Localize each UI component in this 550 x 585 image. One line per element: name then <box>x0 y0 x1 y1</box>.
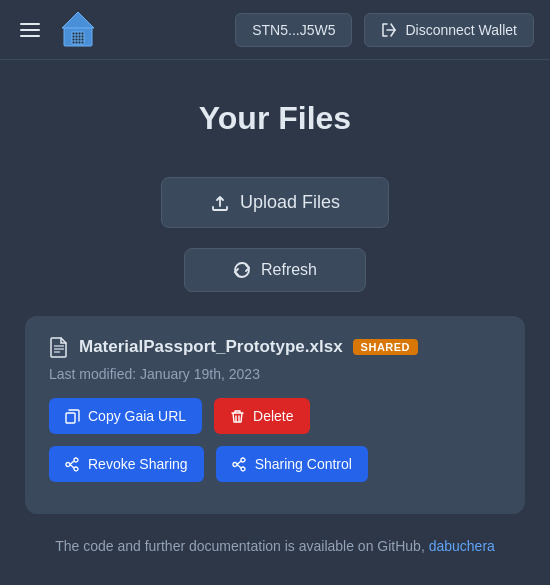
sharing-control-label: Sharing Control <box>255 456 352 472</box>
disconnect-label: Disconnect Wallet <box>405 22 517 38</box>
file-primary-actions: Copy Gaia URL Delete <box>49 398 501 434</box>
trash-icon <box>230 409 245 424</box>
file-secondary-actions: Revoke Sharing Sharing Control <box>49 446 501 482</box>
svg-point-14 <box>74 467 78 471</box>
wallet-address-button[interactable]: STN5...J5W5 <box>235 13 352 47</box>
delete-label: Delete <box>253 408 293 424</box>
sharing-control-icon <box>232 457 247 472</box>
logo-container <box>56 8 100 52</box>
hamburger-icon <box>20 23 40 37</box>
svg-point-13 <box>74 458 78 462</box>
svg-point-15 <box>66 462 70 466</box>
page-title: Your Files <box>199 100 351 137</box>
svg-line-22 <box>237 464 241 468</box>
file-last-modified: Last modified: January 19th, 2023 <box>49 366 501 382</box>
footer-text: The code and further documentation is av… <box>35 538 515 554</box>
copy-gaia-url-button[interactable]: Copy Gaia URL <box>49 398 202 434</box>
main-content: Your Files Upload Files Refresh Materia <box>0 60 550 574</box>
svg-rect-12 <box>66 413 75 423</box>
delete-button[interactable]: Delete <box>214 398 309 434</box>
file-name: MaterialPassport_Prototype.xlsx <box>79 337 343 357</box>
share-revoke-icon <box>65 457 80 472</box>
svg-point-18 <box>241 458 245 462</box>
svg-point-20 <box>233 462 237 466</box>
last-modified-label: Last modified: <box>49 366 136 382</box>
file-card-header: MaterialPassport_Prototype.xlsx SHARED <box>49 336 501 358</box>
revoke-sharing-button[interactable]: Revoke Sharing <box>49 446 204 482</box>
header: STN5...J5W5 Disconnect Wallet <box>0 0 550 60</box>
footer-static-text: The code and further documentation is av… <box>55 538 429 554</box>
sharing-control-button[interactable]: Sharing Control <box>216 446 368 482</box>
refresh-button[interactable]: Refresh <box>184 248 366 292</box>
file-card: MaterialPassport_Prototype.xlsx SHARED L… <box>25 316 525 514</box>
upload-icon <box>210 193 230 213</box>
svg-line-21 <box>237 461 241 465</box>
refresh-label: Refresh <box>261 261 317 279</box>
footer-github-link[interactable]: dabuchera <box>429 538 495 554</box>
file-icon <box>49 336 69 358</box>
revoke-label: Revoke Sharing <box>88 456 188 472</box>
svg-line-17 <box>70 464 74 468</box>
svg-point-19 <box>241 467 245 471</box>
disconnect-icon <box>381 22 397 38</box>
upload-files-button[interactable]: Upload Files <box>161 177 389 228</box>
shared-badge: SHARED <box>353 339 418 355</box>
svg-marker-1 <box>62 12 94 28</box>
refresh-icon <box>233 261 251 279</box>
upload-label: Upload Files <box>240 192 340 213</box>
wallet-address-text: STN5...J5W5 <box>252 22 335 38</box>
disconnect-wallet-button[interactable]: Disconnect Wallet <box>364 13 534 47</box>
last-modified-date: January 19th, 2023 <box>140 366 260 382</box>
svg-line-16 <box>70 461 74 465</box>
hamburger-button[interactable] <box>16 19 44 41</box>
copy-gaia-label: Copy Gaia URL <box>88 408 186 424</box>
app-logo-icon <box>56 8 100 52</box>
copy-icon <box>65 409 80 424</box>
